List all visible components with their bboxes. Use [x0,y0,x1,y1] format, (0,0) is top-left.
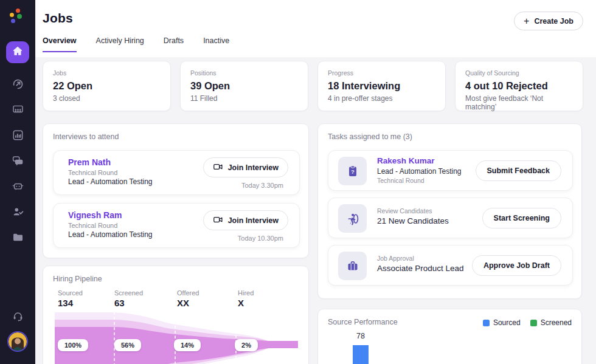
sourced-bar [353,345,369,364]
interview-round: Technical Round [68,222,117,229]
task-round: Technical Round [377,177,424,184]
briefcase-icon [338,252,367,280]
stat-value: 4 out 10 Rejected [465,80,573,92]
hiring-pipeline-card: Hiring Pipeline Sourced 134 Screened 63 … [43,266,309,364]
funnel-pct-badge: 56% [114,339,141,351]
task-item: Review Candidates 21 New Candidates Star… [328,197,573,238]
funnel-pct-badge: 14% [174,339,201,351]
home-icon [12,45,24,60]
page-header: Jobs + Create Job Overview Actively Hiri… [35,0,596,57]
svg-text:?: ? [351,168,355,175]
task-title: 21 New Candidates [377,216,449,225]
submit-feedback-button[interactable]: Submit Feedback [476,160,562,181]
legend-swatch-green [530,320,537,326]
avatar-photo [9,332,27,351]
task-label: Job Approval [377,255,414,262]
runner-exit-icon [338,204,367,233]
sidebar-item-analytics[interactable] [0,129,35,144]
stage-label: Offered [177,289,199,297]
stage-value: 63 [114,298,143,308]
sidebar-item-messages[interactable] [0,154,35,170]
sourcing-target-icon [12,78,24,93]
stat-value: 18 Interviewing [328,80,435,92]
funnel-pct-badge: 100% [58,339,88,351]
legend-item-screened[interactable]: Screened [530,318,572,327]
join-interview-button[interactable]: Join Interview [203,157,288,177]
sidebar-item-candidates[interactable] [0,103,35,118]
start-screening-button[interactable]: Start Screening [482,208,561,228]
video-camera-icon [213,215,223,227]
stage-label: Screened [114,289,143,297]
tab-drafts[interactable]: Drafts [164,36,184,52]
join-interview-button[interactable]: Join Interview [203,210,288,230]
tab-overview[interactable]: Overview [43,36,77,52]
interview-time: Today 10.30pm [238,235,283,242]
interview-role: Lead - Automation Testing [68,177,153,186]
user-avatar[interactable] [9,332,27,351]
legend-item-sourced[interactable]: Sourced [483,318,521,327]
tab-inactive[interactable]: Inactive [203,36,229,52]
join-interview-label: Join Interview [228,163,279,172]
legend-swatch-blue [483,320,490,326]
folder-icon [12,231,24,246]
tasks-title: Tasks assigned to me (3) [328,132,412,141]
sidebar-item-approvals[interactable] [0,205,35,221]
sidebar-item-files[interactable] [0,231,35,246]
stat-card-jobs: Jobs 22 Open 3 closed [43,61,171,111]
legend-label: Screened [541,318,572,327]
stage-value: 134 [58,298,83,308]
stat-value: 22 Open [53,80,161,92]
stat-card-positions: Positions 39 Open 11 Filled [180,61,308,111]
task-role: Lead - Automation Testing [377,167,462,176]
approve-job-draft-button[interactable]: Approve Job Draft [472,255,561,276]
chart-legend: Sourced Screened [483,318,572,327]
interviews-card: Interviews to attend Prem Nath Technical… [43,123,309,258]
clipboard-question-icon: ? [338,157,367,185]
stat-card-quality: Quality of Sourcing 4 out 10 Rejected Mo… [455,61,583,111]
page-title: Jobs [43,11,73,26]
sidebar-item-sourcing[interactable] [0,78,35,93]
sidebar-item-support[interactable] [0,310,35,325]
interview-item: Vignesh Ram Technical Round Lead - Autom… [53,203,300,248]
candidate-name-link[interactable]: Vignesh Ram [68,210,122,220]
person-check-icon [12,205,24,221]
task-candidate-link[interactable]: Rakesh Kumar [377,156,435,165]
sidebar-item-home[interactable] [6,41,29,63]
funnel-pct-badge: 2% [235,339,258,351]
stat-label: Positions [190,69,298,77]
stage-value: XX [177,298,199,308]
funnel-chart: 100% 56% 14% 2% [55,312,298,364]
pipeline-stage-offered: Offered XX [177,289,199,308]
stat-sub: 11 Filled [190,94,298,103]
pipeline-title: Hiring Pipeline [53,275,102,283]
chat-bubbles-icon [12,154,24,170]
legend-label: Sourced [493,318,521,327]
task-title: Associate Product Lead [377,264,464,273]
tab-actively-hiring[interactable]: Actively Hiring [96,36,144,52]
bar-chart-icon [12,129,24,144]
task-item: ? Rakesh Kumar Lead - Automation Testing… [328,150,573,191]
stat-label: Jobs [53,69,161,77]
chat-bot-icon [12,180,24,195]
stat-sub: 4 in pre-offer stages [328,94,435,103]
stage-label: Sourced [58,289,83,297]
app-logo-icon [9,7,26,24]
task-label: Review Candidates [377,207,432,215]
stage-value: X [238,298,254,308]
candidate-name-link[interactable]: Prem Nath [68,157,111,167]
sidebar-item-assistant[interactable] [0,180,35,195]
interview-time: Today 3.30pm [241,182,283,189]
stage-label: Hired [238,289,254,297]
stat-label: Quality of Sourcing [465,69,573,77]
team-board-icon [12,103,24,118]
create-job-button[interactable]: + Create Job [514,12,583,30]
headset-icon [12,310,24,325]
pipeline-stage-screened: Screened 63 [114,289,143,308]
tab-bar: Overview Actively Hiring Drafts Inactive [43,36,229,52]
source-performance-card: Source Performance Sourced Screened 78 [317,309,582,364]
video-camera-icon [213,162,223,174]
stat-card-progress: Progress 18 Interviewing 4 in pre-offer … [317,61,446,111]
stat-label: Progress [328,69,435,77]
interviews-title: Interviews to attend [53,132,119,141]
bar-value-label: 78 [353,332,369,340]
